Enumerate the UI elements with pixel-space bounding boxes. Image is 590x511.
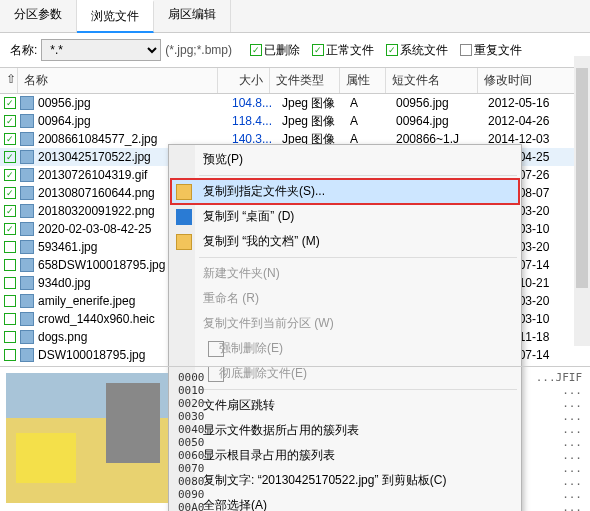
row-checkbox[interactable]: ✓: [4, 241, 16, 253]
folder-icon: [176, 234, 192, 250]
checkbox-deleted[interactable]: ✓: [250, 44, 262, 56]
cell-type: Jpeg 图像: [276, 113, 346, 130]
menu-copy-to-folder[interactable]: 复制到指定文件夹(S)...: [171, 179, 519, 204]
table-header: ⇧ 名称 大小 文件类型 属性 短文件名 修改时间: [0, 67, 590, 94]
row-checkbox[interactable]: ✓: [4, 313, 16, 325]
cell-name: 00956.jpg: [38, 96, 224, 110]
menu-copy-mydocs[interactable]: 复制到 “我的文档” (M): [171, 229, 519, 254]
row-checkbox[interactable]: ✓: [4, 349, 16, 361]
cell-attr: A: [346, 114, 392, 128]
row-checkbox[interactable]: ✓: [4, 187, 16, 199]
file-icon: [20, 114, 34, 128]
col-size[interactable]: 大小: [218, 68, 270, 93]
file-icon: [20, 96, 34, 110]
tab-bar: 分区参数 浏览文件 扇区编辑: [0, 0, 590, 33]
file-icon: [20, 240, 34, 254]
cell-mtime: 2012-05-16: [484, 96, 566, 110]
checkbox-system[interactable]: ✓: [386, 44, 398, 56]
folder-icon: [176, 184, 192, 200]
file-icon: [20, 168, 34, 182]
tab-browse-files[interactable]: 浏览文件: [77, 0, 154, 33]
preview-pane: 0000 0010 0020 0030 0040 0050 0060 0070 …: [0, 366, 590, 511]
file-icon: [20, 258, 34, 272]
menu-copy-desktop[interactable]: 复制到 “桌面” (D): [171, 204, 519, 229]
image-thumbnail: [6, 373, 168, 503]
file-icon: [20, 348, 34, 362]
tab-sector-edit[interactable]: 扇区编辑: [154, 0, 231, 32]
vertical-scrollbar[interactable]: [574, 56, 590, 346]
col-attr[interactable]: 属性: [340, 68, 386, 93]
tab-partition-params[interactable]: 分区参数: [0, 0, 77, 32]
name-label: 名称:: [10, 42, 37, 59]
cell-mtime: 2012-04-26: [484, 114, 566, 128]
menu-preview[interactable]: 预览(P): [171, 147, 519, 172]
file-icon: [20, 312, 34, 326]
delete-icon: [208, 341, 224, 357]
cell-name: 00964.jpg: [38, 114, 224, 128]
col-type[interactable]: 文件类型: [270, 68, 340, 93]
row-checkbox[interactable]: ✓: [4, 97, 16, 109]
menu-copy-current-partition: 复制文件到当前分区 (W): [171, 311, 519, 336]
cell-type: Jpeg 图像: [276, 95, 346, 112]
file-icon: [20, 186, 34, 200]
menu-force-delete: 强制删除(E): [171, 336, 519, 361]
file-icon: [20, 132, 34, 146]
cell-short: 00956.jpg: [392, 96, 484, 110]
col-name[interactable]: 名称: [18, 68, 218, 93]
file-icon: [20, 330, 34, 344]
row-checkbox[interactable]: ✓: [4, 331, 16, 343]
row-checkbox[interactable]: ✓: [4, 151, 16, 163]
col-shortname[interactable]: 短文件名: [386, 68, 478, 93]
menu-rename: 重命名 (R): [171, 286, 519, 311]
hex-offsets: 0000 0010 0020 0030 0040 0050 0060 0070 …: [174, 367, 205, 511]
row-checkbox[interactable]: ✓: [4, 223, 16, 235]
hex-ascii: ...JFIF ... ... ... ... ... ... ... ... …: [205, 367, 591, 511]
cell-attr: A: [346, 96, 392, 110]
row-checkbox[interactable]: ✓: [4, 133, 16, 145]
table-row[interactable]: ✓00956.jpg104.8...Jpeg 图像A00956.jpg2012-…: [0, 94, 590, 112]
file-icon: [20, 204, 34, 218]
filter-bar: 名称: *.* (*.jpg;*.bmp) ✓已删除 ✓正常文件 ✓系统文件 ✓…: [0, 33, 590, 67]
row-checkbox[interactable]: ✓: [4, 169, 16, 181]
row-checkbox[interactable]: ✓: [4, 205, 16, 217]
menu-new-file: 新建文件夹(N): [171, 261, 519, 286]
file-icon: [20, 150, 34, 164]
file-icon: [20, 276, 34, 290]
file-icon: [20, 294, 34, 308]
cell-size: 118.4...: [224, 114, 276, 128]
desktop-icon: [176, 209, 192, 225]
ext-hint: (*.jpg;*.bmp): [165, 43, 232, 57]
checkbox-duplicate[interactable]: ✓: [460, 44, 472, 56]
row-checkbox[interactable]: ✓: [4, 277, 16, 289]
table-row[interactable]: ✓00964.jpg118.4...Jpeg 图像A00964.jpg2012-…: [0, 112, 590, 130]
up-arrow-icon[interactable]: ⇧: [0, 68, 18, 93]
cell-size: 104.8...: [224, 96, 276, 110]
checkbox-normal[interactable]: ✓: [312, 44, 324, 56]
name-filter-select[interactable]: *.*: [41, 39, 161, 61]
row-checkbox[interactable]: ✓: [4, 259, 16, 271]
row-checkbox[interactable]: ✓: [4, 295, 16, 307]
cell-short: 00964.jpg: [392, 114, 484, 128]
row-checkbox[interactable]: ✓: [4, 115, 16, 127]
file-icon: [20, 222, 34, 236]
